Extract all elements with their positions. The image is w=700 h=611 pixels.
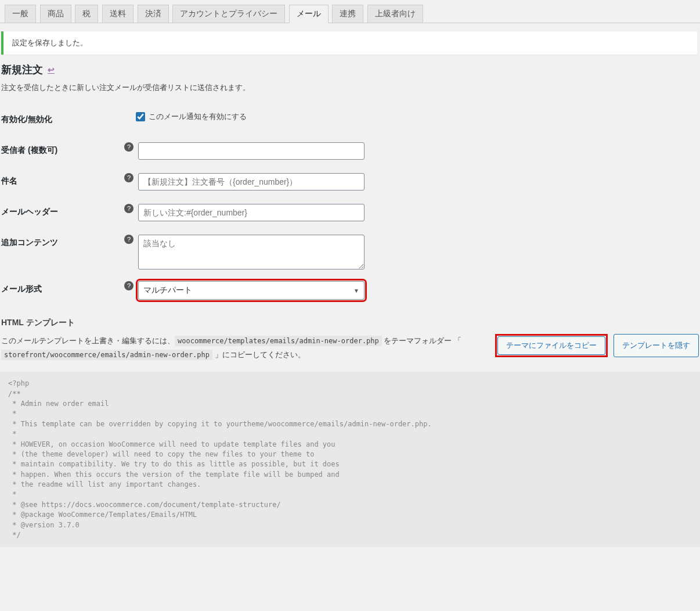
notice-message: 設定を保存しました。	[12, 38, 88, 47]
copy-to-theme-button[interactable]: テーマにファイルをコピー	[497, 336, 605, 355]
hide-template-button[interactable]: テンプレートを隠す	[614, 334, 699, 357]
page-title: 新規注文 ↩	[1, 63, 700, 77]
heading-label: メールヘッダー	[0, 198, 116, 229]
template-section: HTML テンプレート このメールテンプレートを上書き・編集するには、wooco…	[0, 318, 700, 361]
additional-label: 追加コンテンツ	[0, 229, 116, 275]
emailtype-label: メール形式	[0, 275, 116, 306]
settings-form: 有効化/無効化 このメール通知を有効にする 受信者 (複数可) ?	[0, 106, 700, 306]
help-icon[interactable]: ?	[124, 142, 133, 152]
additional-textarea[interactable]	[138, 235, 365, 269]
subject-label: 件名	[0, 167, 116, 198]
recipients-label: 受信者 (複数可)	[0, 136, 116, 167]
tab-integration[interactable]: 連携	[332, 5, 363, 23]
subject-input[interactable]	[138, 173, 365, 191]
enable-label: 有効化/無効化	[0, 106, 116, 136]
back-link[interactable]: ↩	[48, 65, 55, 74]
tab-products[interactable]: 商品	[40, 5, 71, 23]
template-description: このメールテンプレートを上書き・編集するには、woocommerce/templ…	[1, 334, 483, 361]
page-description: 注文を受信したときに新しい注文メールが受信者リストに送信されます。	[1, 82, 700, 93]
tab-checkout[interactable]: 決済	[138, 5, 169, 23]
copy-button-highlight: テーマにファイルをコピー	[495, 334, 608, 357]
success-notice: 設定を保存しました。	[1, 31, 697, 55]
enable-checkbox-label: このメール通知を有効にする	[149, 112, 247, 122]
heading-input[interactable]	[138, 204, 365, 221]
emailtype-selected: マルチパート	[143, 285, 192, 296]
chevron-down-icon: ▼	[353, 287, 359, 294]
tab-advanced[interactable]: 上級者向け	[367, 5, 423, 23]
tab-shipping[interactable]: 送料	[102, 5, 133, 23]
settings-tabs: 一般 商品 税 送料 決済 アカウントとプライバシー メール 連携 上級者向け	[0, 0, 700, 23]
enable-checkbox-row[interactable]: このメール通知を有効にする	[136, 112, 247, 122]
page-title-text: 新規注文	[1, 63, 43, 77]
emailtype-select[interactable]: マルチパート ▼	[138, 281, 365, 300]
template-code-preview: <?php /** * Admin new order email * * Th…	[0, 372, 700, 547]
tab-tax[interactable]: 税	[75, 5, 98, 23]
template-source-path: woocommerce/templates/emails/admin-new-o…	[175, 336, 382, 346]
tab-account[interactable]: アカウントとプライバシー	[172, 5, 285, 23]
help-icon[interactable]: ?	[124, 281, 133, 290]
recipients-input[interactable]	[138, 142, 365, 160]
template-dest-path: storefront/woocommerce/emails/admin-new-…	[1, 350, 212, 360]
help-icon[interactable]: ?	[124, 235, 133, 244]
template-title: HTML テンプレート	[1, 318, 699, 328]
help-icon[interactable]: ?	[124, 204, 133, 213]
enable-checkbox[interactable]	[136, 112, 145, 121]
help-icon[interactable]: ?	[124, 173, 133, 182]
tab-general[interactable]: 一般	[5, 5, 36, 23]
tab-emails[interactable]: メール	[289, 5, 329, 23]
